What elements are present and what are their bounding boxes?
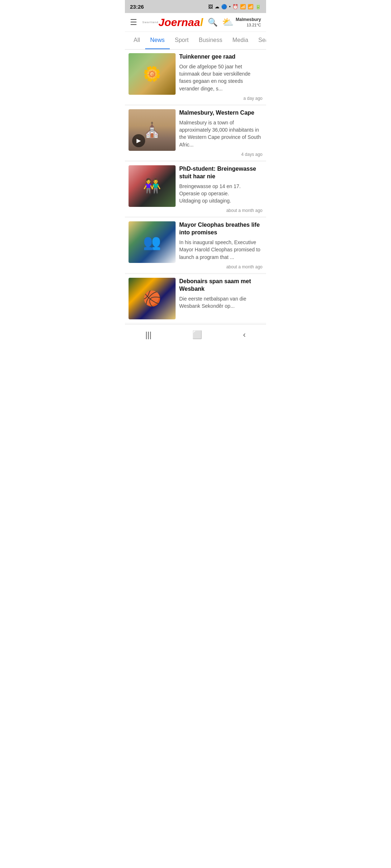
- article-snippet-1: Oor die afgelope 50 jaar het tuinmaak de…: [179, 63, 262, 92]
- bluetooth-icon: 🔵: [221, 4, 227, 9]
- article-time-1: a day ago: [179, 96, 262, 101]
- article-snippet-3: Breingewasse op 14 en 17.Operasie op ope…: [179, 183, 262, 205]
- status-icons: 🖼 ☁ 🔵 • ⏰ 📶 📶 🔋: [208, 4, 261, 9]
- wifi-icon: 📶: [240, 4, 246, 9]
- photo-icon: 🖼: [208, 4, 213, 9]
- cloud-icon: ☁: [215, 4, 219, 9]
- nav-tabs: All News Sport Business Media Sear: [125, 32, 266, 50]
- weather-icon: ⛅: [222, 17, 234, 28]
- article-title-4: Mayor Cleophas breathes life into promis…: [179, 221, 262, 237]
- search-icon[interactable]: 🔍: [208, 18, 218, 27]
- article-thumb-3: 👫: [129, 165, 176, 207]
- article-time-4: about a month ago: [179, 264, 262, 269]
- list-item[interactable]: ⛪ ▶ Malmesbury, Western Cape Malmesbury …: [125, 106, 266, 161]
- menu-icon[interactable]: ☰: [130, 18, 137, 27]
- tab-news[interactable]: News: [145, 32, 170, 49]
- news-feed: 🌼 Tuinkenner gee raad Oor die afgelope 5…: [125, 50, 266, 323]
- play-button[interactable]: ▶: [132, 134, 145, 147]
- article-content-4: Mayor Cleophas breathes life into promis…: [179, 221, 262, 269]
- header-left: ☰ Swartland Joernaal: [130, 17, 203, 28]
- alarm-icon: ⏰: [232, 4, 238, 9]
- status-time: 23:26: [130, 4, 144, 10]
- logo-main-text: Joernaal: [159, 17, 203, 28]
- tab-all[interactable]: All: [129, 32, 145, 49]
- article-content-1: Tuinkenner gee raad Oor die afgelope 50 …: [179, 53, 262, 101]
- tab-media[interactable]: Media: [227, 32, 253, 49]
- article-content-3: PhD-student: Breingewasse stuit haar nie…: [179, 165, 262, 213]
- article-time-3: about a month ago: [179, 208, 262, 213]
- article-title-3: PhD-student: Breingewasse stuit haar nie: [179, 165, 262, 180]
- dot-icon: •: [229, 4, 231, 9]
- logo[interactable]: Swartland Joernaal: [142, 17, 203, 28]
- bottom-nav: ||| ⬜ ‹: [125, 324, 266, 348]
- article-content-2: Malmesbury, Western Cape Malmesbury is a…: [179, 109, 262, 157]
- logo-accent: l: [200, 16, 203, 28]
- list-item[interactable]: 👫 PhD-student: Breingewasse stuit haar n…: [125, 162, 266, 217]
- article-thumb-5: 🏀: [129, 278, 176, 319]
- tab-business[interactable]: Business: [194, 32, 227, 49]
- article-title-5: Debonairs span saam met Wesbank: [179, 278, 262, 293]
- logo-small-text: Swartland: [142, 21, 159, 24]
- tab-search[interactable]: Sear: [253, 32, 266, 49]
- list-item[interactable]: 🏀 Debonairs span saam met Wesbank Die ee…: [125, 274, 266, 323]
- weather-info: Malmesbury 13.21°C: [236, 17, 261, 28]
- signal-icon: 📶: [248, 4, 253, 9]
- article-snippet-4: In his inaugural speech, Executive Mayor…: [179, 239, 262, 261]
- list-item[interactable]: 🌼 Tuinkenner gee raad Oor die afgelope 5…: [125, 50, 266, 105]
- article-snippet-2: Malmesbury is a town of approximately 36…: [179, 119, 262, 148]
- article-content-5: Debonairs span saam met Wesbank Die eers…: [179, 278, 262, 319]
- battery-icon: 🔋: [255, 4, 261, 9]
- thumb-couple-image: 👫: [129, 165, 176, 207]
- list-item[interactable]: 👥 Mayor Cleophas breathes life into prom…: [125, 218, 266, 273]
- thumb-netball-image: 🏀: [129, 278, 176, 319]
- nav-back[interactable]: ‹: [236, 328, 253, 342]
- weather-temp: 13.21°C: [236, 22, 261, 27]
- thumb-group-image: 👥: [129, 221, 176, 263]
- article-time-2: 4 days ago: [179, 152, 262, 157]
- nav-home[interactable]: ⬜: [185, 328, 209, 342]
- article-snippet-5: Die eerste netbalspan van die Wesbank Se…: [179, 295, 262, 316]
- article-thumb-4: 👥: [129, 221, 176, 263]
- weather-widget[interactable]: ⛅ Malmesbury 13.21°C: [222, 17, 261, 28]
- article-title-1: Tuinkenner gee raad: [179, 53, 262, 61]
- article-thumb-1: 🌼: [129, 53, 176, 95]
- article-thumb-2: ⛪ ▶: [129, 109, 176, 151]
- article-title-2: Malmesbury, Western Cape: [179, 109, 262, 117]
- weather-city: Malmesbury: [236, 17, 261, 23]
- header: ☰ Swartland Joernaal 🔍 ⛅ Malmesbury 13.2…: [125, 13, 266, 32]
- header-right: 🔍 ⛅ Malmesbury 13.21°C: [208, 17, 261, 28]
- status-bar: 23:26 🖼 ☁ 🔵 • ⏰ 📶 📶 🔋: [125, 0, 266, 13]
- tab-sport[interactable]: Sport: [170, 32, 194, 49]
- thumb-flowers-image: 🌼: [129, 53, 176, 95]
- nav-recents[interactable]: |||: [138, 328, 159, 342]
